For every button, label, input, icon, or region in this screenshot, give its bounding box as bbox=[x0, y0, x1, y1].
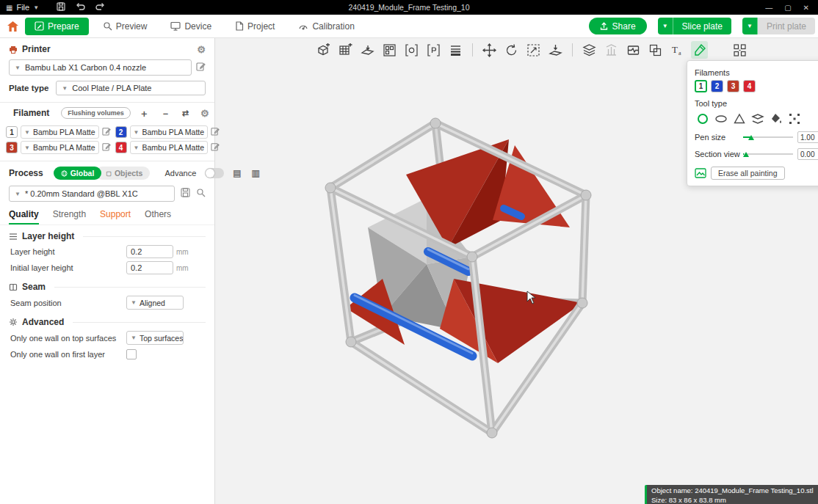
remove-filament-icon[interactable]: － bbox=[161, 109, 170, 118]
layer-height-input[interactable]: 0.2 bbox=[126, 245, 173, 258]
filament-settings-gear-icon[interactable]: ⚙ bbox=[200, 109, 209, 118]
viewport-3d[interactable]: Ta bbox=[215, 38, 818, 504]
filament-3-color-swatch[interactable]: 3 bbox=[6, 142, 18, 153]
undo-icon[interactable] bbox=[76, 2, 85, 12]
maximize-button[interactable]: ▢ bbox=[784, 4, 791, 12]
move-icon[interactable] bbox=[481, 41, 498, 59]
seam-position-label: Seam position bbox=[10, 299, 62, 307]
process-objects-tab[interactable]: ▢ Objects bbox=[95, 167, 150, 180]
color-painting-icon[interactable] bbox=[691, 41, 708, 59]
process-tab-support[interactable]: Support bbox=[100, 209, 131, 224]
redo-icon[interactable] bbox=[95, 2, 105, 12]
erase-painting-icon bbox=[695, 168, 706, 178]
erase-all-painting-button[interactable]: Erase all painting bbox=[711, 167, 785, 180]
assembly-view-icon[interactable] bbox=[731, 41, 748, 59]
minimize-button[interactable]: — bbox=[765, 4, 772, 12]
printer-settings-gear-icon[interactable]: ⚙ bbox=[197, 45, 206, 54]
mesh-boolean-icon[interactable] bbox=[647, 41, 664, 59]
text-tool-icon[interactable]: Ta bbox=[669, 41, 686, 59]
split-to-objects-icon[interactable] bbox=[403, 41, 420, 59]
slice-options-caret[interactable]: ▼ bbox=[658, 18, 673, 34]
process-global-tab[interactable]: Global bbox=[54, 167, 102, 180]
variable-layer-height-icon[interactable] bbox=[447, 41, 464, 59]
chevron-down-icon: ▼ bbox=[15, 65, 21, 71]
circle-brush-tool-icon[interactable] bbox=[695, 111, 710, 126]
section-view-input[interactable]: 0.00 bbox=[797, 148, 818, 160]
paint-filament-2-chip[interactable]: 2 bbox=[711, 80, 723, 92]
filament-4-select[interactable]: ▼ Bambu PLA Matte bbox=[130, 141, 209, 154]
process-tab-others[interactable]: Others bbox=[145, 209, 171, 224]
rotate-icon[interactable] bbox=[503, 41, 520, 59]
print-options-caret[interactable]: ▼ bbox=[742, 18, 758, 34]
parameter-table-icon[interactable]: ▤ bbox=[233, 169, 241, 178]
edit-filament-2-icon[interactable] bbox=[211, 125, 220, 139]
close-button[interactable]: ✕ bbox=[803, 4, 809, 12]
split-to-parts-icon[interactable] bbox=[425, 41, 442, 59]
edit-printer-preset-icon[interactable] bbox=[196, 61, 206, 74]
gap-fill-tool-icon[interactable] bbox=[786, 111, 802, 126]
filament-4-color-swatch[interactable]: 4 bbox=[115, 142, 127, 153]
section-view-slider[interactable] bbox=[743, 150, 793, 158]
tab-project[interactable]: Project bbox=[225, 18, 284, 35]
filament-1-select[interactable]: ▼ Bambu PLA Matte bbox=[21, 125, 99, 139]
scale-icon[interactable] bbox=[525, 41, 542, 59]
paint-filament-4-chip[interactable]: 4 bbox=[743, 80, 756, 92]
one-wall-top-select[interactable]: ▼ Top surfaces bbox=[126, 331, 184, 345]
edit-filament-3-icon[interactable] bbox=[102, 141, 111, 154]
add-object-icon[interactable] bbox=[315, 41, 332, 59]
svg-text:a: a bbox=[678, 50, 681, 56]
tab-device[interactable]: Device bbox=[161, 18, 221, 35]
advance-toggle[interactable] bbox=[205, 168, 224, 178]
one-wall-first-checkbox[interactable] bbox=[126, 349, 137, 359]
save-preset-icon[interactable] bbox=[181, 187, 190, 200]
model-3d-frame-object[interactable] bbox=[316, 110, 632, 459]
search-icon[interactable] bbox=[196, 187, 206, 200]
paint-filament-3-chip[interactable]: 3 bbox=[727, 80, 739, 92]
pen-size-slider[interactable] bbox=[743, 133, 793, 142]
paint-filament-1-chip[interactable]: 1 bbox=[695, 80, 707, 92]
flatten-icon[interactable] bbox=[547, 41, 564, 59]
titlebar: ▦ File ▼ 240419_Module_Frame Testing_10 … bbox=[0, 0, 818, 15]
filament-1-color-swatch[interactable]: 1 bbox=[6, 126, 18, 138]
save-project-icon[interactable] bbox=[57, 2, 65, 12]
arrange-icon[interactable] bbox=[381, 41, 398, 59]
add-filament-icon[interactable]: ＋ bbox=[140, 109, 149, 118]
seam-painting-icon[interactable] bbox=[625, 41, 642, 59]
support-painting-icon[interactable] bbox=[603, 41, 620, 59]
one-wall-top-value: Top surfaces bbox=[140, 334, 184, 343]
filament-2-color-swatch[interactable]: 2 bbox=[115, 126, 127, 138]
sphere-brush-tool-icon[interactable] bbox=[713, 111, 728, 126]
slice-plate-button[interactable]: Slice plate bbox=[673, 18, 731, 34]
ams-sync-icon[interactable]: ⇄ bbox=[182, 109, 189, 117]
filament-3-select[interactable]: ▼ Bambu PLA Matte bbox=[21, 141, 99, 154]
tab-prepare[interactable]: Prepare bbox=[25, 18, 89, 35]
height-range-tool-icon[interactable] bbox=[750, 111, 765, 126]
pen-size-input[interactable]: 1.00 bbox=[797, 131, 818, 143]
initial-layer-height-input[interactable]: 0.2 bbox=[126, 261, 173, 274]
process-preset-select[interactable]: ▼ * 0.20mm Standard @BBL X1C bbox=[9, 186, 175, 202]
share-button[interactable]: Share bbox=[589, 18, 647, 34]
fill-tool-icon[interactable] bbox=[768, 111, 783, 126]
chevron-down-icon: ▼ bbox=[33, 4, 39, 11]
share-button-label: Share bbox=[612, 21, 636, 32]
plate-type-select[interactable]: ▼ Cool Plate / PLA Plate bbox=[56, 81, 206, 95]
print-plate-button[interactable]: Print plate bbox=[758, 18, 815, 34]
filament-2-select[interactable]: ▼ Bambu PLA Matte bbox=[130, 125, 209, 139]
seam-position-select[interactable]: ▼ Aligned bbox=[126, 296, 184, 310]
add-plate-icon[interactable] bbox=[337, 41, 354, 59]
filament-3-name: Bambu PLA Matte bbox=[33, 143, 95, 152]
edit-filament-4-icon[interactable] bbox=[211, 141, 220, 154]
printer-preset-select[interactable]: ▼ Bambu Lab X1 Carbon 0.4 nozzle bbox=[9, 59, 192, 76]
home-button[interactable] bbox=[7, 21, 19, 32]
process-tab-quality[interactable]: Quality bbox=[9, 209, 39, 224]
layers-icon[interactable] bbox=[581, 41, 598, 59]
tab-calibration[interactable]: Calibration bbox=[289, 18, 363, 35]
edit-filament-1-icon[interactable] bbox=[102, 125, 111, 139]
tab-preview[interactable]: Preview bbox=[93, 18, 157, 35]
triangle-brush-tool-icon[interactable] bbox=[731, 111, 747, 126]
file-menu[interactable]: ▦ File ▼ bbox=[0, 0, 46, 15]
flushing-volumes-button[interactable]: Flushing volumes bbox=[61, 107, 131, 119]
compare-presets-icon[interactable]: ▥ bbox=[252, 169, 260, 178]
auto-orient-icon[interactable] bbox=[359, 41, 376, 59]
process-tab-strength[interactable]: Strength bbox=[53, 209, 86, 224]
